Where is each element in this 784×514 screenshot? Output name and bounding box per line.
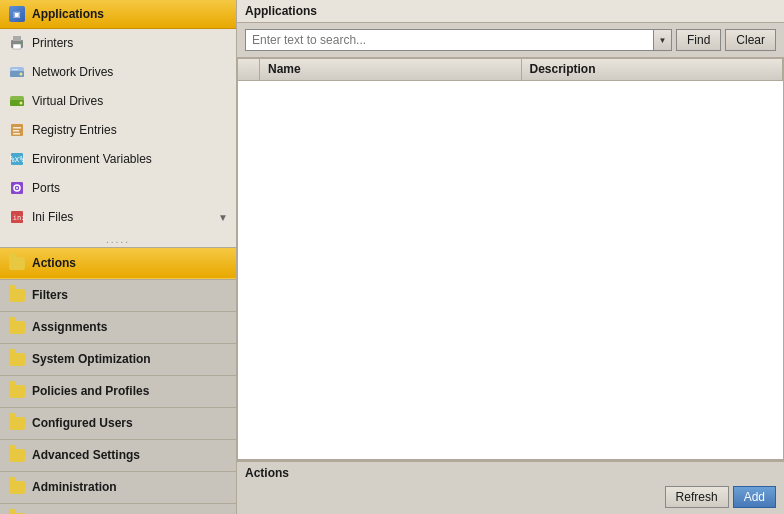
ini-icon: .ini	[8, 208, 26, 226]
sidebar-item-administration[interactable]: Administration	[0, 471, 236, 503]
sidebar-item-ports[interactable]: Ports	[0, 174, 236, 203]
description-column-header: Description	[522, 59, 784, 80]
registry-icon	[8, 121, 26, 139]
sidebar-item-label: Filters	[32, 288, 68, 302]
refresh-button[interactable]: Refresh	[665, 486, 729, 508]
sidebar-item-ini-files[interactable]: .ini Ini Files ▼	[0, 203, 236, 232]
svg-rect-14	[13, 133, 20, 135]
folder-icon	[8, 318, 26, 336]
sidebar-item-label: Actions	[32, 256, 76, 270]
sidebar-item-registry-entries[interactable]: Registry Entries	[0, 116, 236, 145]
svg-point-10	[20, 102, 23, 105]
sidebar-item-advanced-settings[interactable]: Advanced Settings	[0, 439, 236, 471]
applications-table: Name Description	[237, 58, 784, 460]
sidebar-item-virtual-drives[interactable]: Virtual Drives	[0, 87, 236, 116]
bottom-bar: Actions Refresh Add	[237, 460, 784, 514]
svg-text:%x%: %x%	[10, 155, 25, 164]
sidebar-item-label: System Optimization	[32, 352, 151, 366]
svg-rect-1	[13, 36, 21, 41]
sidebar-item-label: Virtual Drives	[32, 94, 103, 108]
svg-point-6	[20, 73, 23, 76]
folder-icon	[8, 478, 26, 496]
table-body	[238, 81, 783, 381]
app-icon: ▣	[8, 5, 26, 23]
search-input-wrapper: ▼	[245, 29, 672, 51]
folder-icon	[8, 286, 26, 304]
svg-text:.ini: .ini	[9, 214, 25, 222]
svg-rect-12	[13, 127, 21, 129]
sidebar-item-assignments[interactable]: Assignments	[0, 311, 236, 343]
folder-icon	[8, 414, 26, 432]
search-input[interactable]	[245, 29, 654, 51]
printer-icon	[8, 34, 26, 52]
sidebar-item-label: Configured Users	[32, 416, 133, 430]
find-button[interactable]: Find	[676, 29, 721, 51]
folder-icon	[8, 350, 26, 368]
sidebar-divider: .....	[0, 232, 236, 247]
sidebar-item-label: Ports	[32, 181, 60, 195]
svg-point-3	[20, 42, 22, 44]
panel-title: Applications	[237, 0, 784, 23]
name-column-header: Name	[260, 59, 522, 80]
search-dropdown-button[interactable]: ▼	[654, 29, 672, 51]
bottom-bar-title: Actions	[245, 466, 776, 480]
port-icon	[8, 179, 26, 197]
sidebar-item-label: Applications	[32, 7, 104, 21]
svg-rect-2	[13, 44, 21, 49]
add-button[interactable]: Add	[733, 486, 776, 508]
folder-icon	[8, 446, 26, 464]
sidebar-item-label: Network Drives	[32, 65, 113, 79]
sidebar-item-label: Registry Entries	[32, 123, 117, 137]
virtual-icon	[8, 92, 26, 110]
svg-point-19	[16, 187, 18, 189]
sidebar-top-items: ▣ Applications Printers	[0, 0, 236, 232]
sidebar-item-label: Administration	[32, 480, 117, 494]
svg-rect-7	[12, 69, 18, 70]
sidebar-item-actions[interactable]: Actions	[0, 247, 236, 279]
checkbox-column-header	[238, 59, 260, 80]
search-bar: ▼ Find Clear	[237, 23, 784, 58]
sidebar: ▣ Applications Printers	[0, 0, 237, 514]
main-content: Applications ▼ Find Clear Name Descripti…	[237, 0, 784, 514]
sidebar-item-environment-variables[interactable]: %x% Environment Variables	[0, 145, 236, 174]
drive-icon	[8, 63, 26, 81]
sidebar-item-policies-and-profiles[interactable]: Policies and Profiles	[0, 375, 236, 407]
sidebar-section-items: Actions Filters Assignments System Optim…	[0, 247, 236, 514]
sidebar-item-label: Advanced Settings	[32, 448, 140, 462]
sidebar-item-label: Environment Variables	[32, 152, 152, 166]
sidebar-item-printers[interactable]: Printers	[0, 29, 236, 58]
sidebar-item-monitoring[interactable]: Monitoring	[0, 503, 236, 514]
bottom-bar-buttons: Refresh Add	[245, 484, 776, 510]
env-icon: %x%	[8, 150, 26, 168]
sidebar-item-label: Assignments	[32, 320, 107, 334]
sidebar-item-network-drives[interactable]: Network Drives	[0, 58, 236, 87]
clear-button[interactable]: Clear	[725, 29, 776, 51]
sidebar-item-filters[interactable]: Filters	[0, 279, 236, 311]
sidebar-item-system-optimization[interactable]: System Optimization	[0, 343, 236, 375]
sidebar-item-label: Policies and Profiles	[32, 384, 149, 398]
sidebar-item-configured-users[interactable]: Configured Users	[0, 407, 236, 439]
table-header: Name Description	[238, 59, 783, 81]
sidebar-item-label: Ini Files	[32, 210, 73, 224]
expand-arrow-icon: ▼	[218, 212, 228, 223]
folder-icon	[8, 510, 26, 514]
sidebar-item-applications[interactable]: ▣ Applications	[0, 0, 236, 29]
folder-icon	[8, 254, 26, 272]
folder-icon	[8, 382, 26, 400]
sidebar-item-label: Printers	[32, 36, 73, 50]
svg-rect-13	[13, 130, 19, 132]
